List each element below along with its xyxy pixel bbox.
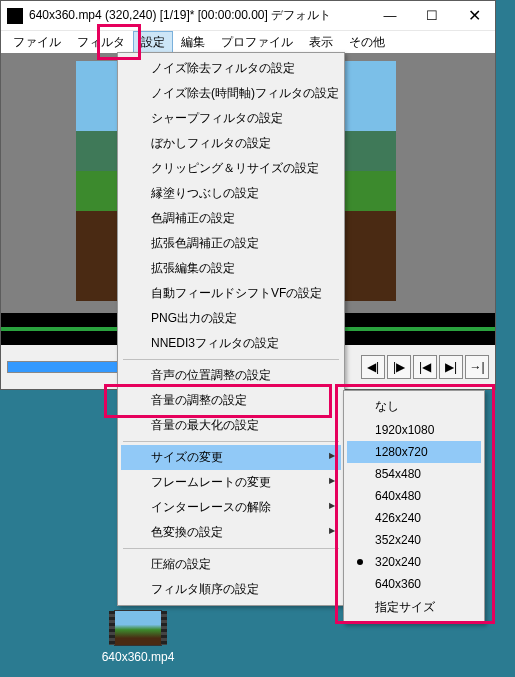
window-title: 640x360.mp4 (320,240) [1/19]* [00:00:00.… bbox=[23, 7, 369, 24]
menu-item-1[interactable]: フィルタ bbox=[69, 31, 133, 54]
menu-item[interactable]: シャープフィルタの設定 bbox=[121, 106, 341, 131]
menu-item[interactable]: クリッピング＆リサイズの設定 bbox=[121, 156, 341, 181]
menu-item-3[interactable]: 編集 bbox=[173, 31, 213, 54]
menu-item[interactable]: 自動フィールドシフトVFの設定 bbox=[121, 281, 341, 306]
file-thumbnail-icon bbox=[114, 610, 162, 646]
transport-button-0[interactable]: ◀| bbox=[361, 355, 385, 379]
menu-item-0[interactable]: ファイル bbox=[5, 31, 69, 54]
menu-item[interactable]: 音量の調整の設定 bbox=[121, 388, 341, 413]
menu-item[interactable]: インターレースの解除 bbox=[121, 495, 341, 520]
menu-item-2[interactable]: 設定 bbox=[133, 31, 173, 54]
menubar: ファイルフィルタ設定編集プロファイル表示その他 bbox=[1, 31, 495, 53]
menu-item[interactable]: ぼかしフィルタの設定 bbox=[121, 131, 341, 156]
titlebar: 640x360.mp4 (320,240) [1/19]* [00:00:00.… bbox=[1, 1, 495, 31]
submenu-item[interactable]: 352x240 bbox=[347, 529, 481, 551]
submenu-item[interactable]: 1920x1080 bbox=[347, 419, 481, 441]
close-button[interactable]: ✕ bbox=[453, 1, 495, 31]
app-icon bbox=[7, 8, 23, 24]
submenu-item[interactable]: なし bbox=[347, 394, 481, 419]
minimize-button[interactable]: — bbox=[369, 1, 411, 31]
menu-item[interactable]: 縁塗りつぶしの設定 bbox=[121, 181, 341, 206]
menu-item-5[interactable]: 表示 bbox=[301, 31, 341, 54]
submenu-item[interactable]: 640x360 bbox=[347, 573, 481, 595]
menu-item[interactable]: 色変換の設定 bbox=[121, 520, 341, 545]
submenu-item[interactable]: 426x240 bbox=[347, 507, 481, 529]
transport-button-1[interactable]: |▶ bbox=[387, 355, 411, 379]
selected-dot-icon bbox=[357, 559, 363, 565]
menu-item[interactable]: 音声の位置調整の設定 bbox=[121, 363, 341, 388]
file-name: 640x360.mp4 bbox=[93, 650, 183, 664]
settings-menu: ノイズ除去フィルタの設定ノイズ除去(時間軸)フィルタの設定シャープフィルタの設定… bbox=[117, 52, 345, 606]
menu-item[interactable]: 拡張編集の設定 bbox=[121, 256, 341, 281]
desktop-file[interactable]: 640x360.mp4 bbox=[93, 610, 183, 664]
transport-button-2[interactable]: |◀ bbox=[413, 355, 437, 379]
menu-item[interactable]: フィルタ順序の設定 bbox=[121, 577, 341, 602]
menu-item[interactable]: ノイズ除去(時間軸)フィルタの設定 bbox=[121, 81, 341, 106]
submenu-item[interactable]: 指定サイズ bbox=[347, 595, 481, 620]
menu-item[interactable]: サイズの変更 bbox=[121, 445, 341, 470]
submenu-item[interactable]: 320x240 bbox=[347, 551, 481, 573]
menu-item[interactable]: 音量の最大化の設定 bbox=[121, 413, 341, 438]
menu-item[interactable]: 色調補正の設定 bbox=[121, 206, 341, 231]
transport-buttons: ◀||▶|◀▶|→| bbox=[361, 355, 489, 379]
menu-item-6[interactable]: その他 bbox=[341, 31, 393, 54]
submenu-item[interactable]: 640x480 bbox=[347, 485, 481, 507]
menu-item[interactable]: 圧縮の設定 bbox=[121, 552, 341, 577]
transport-button-3[interactable]: ▶| bbox=[439, 355, 463, 379]
transport-button-4[interactable]: →| bbox=[465, 355, 489, 379]
maximize-button[interactable]: ☐ bbox=[411, 1, 453, 31]
menu-item[interactable]: フレームレートの変更 bbox=[121, 470, 341, 495]
menu-item[interactable]: NNEDI3フィルタの設定 bbox=[121, 331, 341, 356]
size-submenu: なし1920x10801280x720854x480640x480426x240… bbox=[343, 390, 485, 624]
menu-item[interactable]: 拡張色調補正の設定 bbox=[121, 231, 341, 256]
menu-item[interactable]: ノイズ除去フィルタの設定 bbox=[121, 56, 341, 81]
menu-item[interactable]: PNG出力の設定 bbox=[121, 306, 341, 331]
submenu-item[interactable]: 854x480 bbox=[347, 463, 481, 485]
submenu-item[interactable]: 1280x720 bbox=[347, 441, 481, 463]
menu-item-4[interactable]: プロファイル bbox=[213, 31, 301, 54]
